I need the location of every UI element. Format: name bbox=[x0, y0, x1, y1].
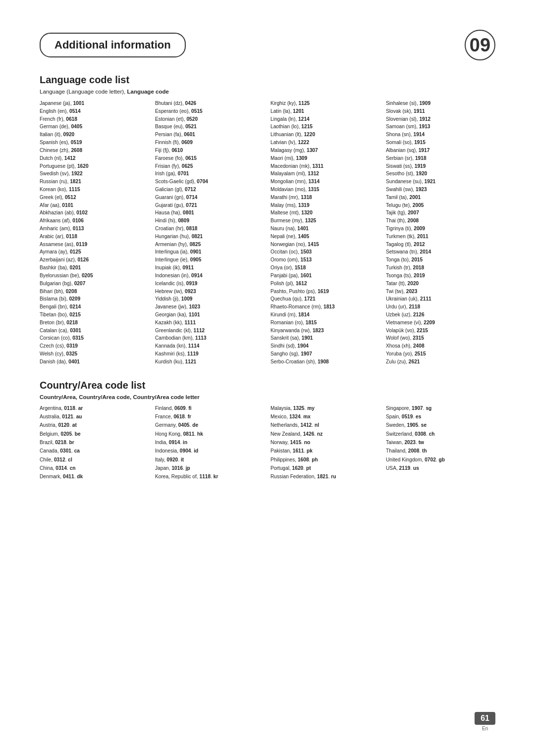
list-item: Gujarati (gu), 0721 bbox=[155, 202, 265, 209]
list-item: Kannada (kn), 1114 bbox=[155, 342, 265, 350]
list-item: Chinese (zh), 2608 bbox=[40, 147, 149, 154]
list-item: Abkhazian (ab), 0102 bbox=[40, 209, 149, 217]
list-item: Xhosa (xh), 2408 bbox=[386, 342, 495, 350]
list-item: Austria, 0120. at bbox=[40, 421, 149, 429]
list-item: Turkish (tr), 2018 bbox=[386, 264, 495, 272]
list-item: Bengali (bn), 0214 bbox=[40, 303, 149, 311]
list-item: Pashto, Pushto (ps), 1619 bbox=[270, 288, 380, 296]
list-item: Slovenian (sl), 1912 bbox=[386, 115, 495, 123]
list-item: Irish (ga), 0701 bbox=[155, 170, 265, 178]
list-item: Bulgarian (bg), 0207 bbox=[40, 280, 149, 288]
list-item: Hebrew (iw), 0923 bbox=[155, 288, 265, 296]
list-item: Kazakh (kk), 1111 bbox=[155, 319, 265, 327]
page-header: Additional information 09 bbox=[40, 30, 495, 60]
country-heading: Country/Area code list bbox=[40, 380, 495, 391]
list-item: United Kingdom, 0702. gb bbox=[386, 455, 495, 464]
language-column-1: Bhutani (dz), 0426Esperanto (eo), 0515Es… bbox=[155, 100, 265, 366]
list-item: Bashkir (ba), 0201 bbox=[40, 264, 149, 272]
list-item: Fiji (fj), 0610 bbox=[155, 147, 265, 154]
list-item: Scots-Gaelic (gd), 0704 bbox=[155, 178, 265, 186]
list-item: Moldavian (mo), 1315 bbox=[270, 186, 380, 194]
list-item: Esperanto (eo), 0515 bbox=[155, 107, 265, 115]
list-item: France, 0618. fr bbox=[155, 412, 265, 421]
list-item: Tagalog (tl), 2012 bbox=[386, 241, 495, 249]
list-item: Georgian (ka), 1101 bbox=[155, 311, 265, 319]
list-item: Malagasy (mg), 1307 bbox=[270, 147, 380, 154]
list-item: Estonian (et), 0520 bbox=[155, 115, 265, 123]
list-item: Yiddish (ji), 1009 bbox=[155, 295, 265, 303]
list-item: Nauru (na), 1401 bbox=[270, 225, 380, 233]
list-item: Quechua (qu), 1721 bbox=[270, 295, 380, 303]
list-item: Occitan (oc), 1503 bbox=[270, 248, 380, 256]
list-item: Kinyarwanda (rw), 1823 bbox=[270, 327, 380, 335]
list-item: Czech (cs), 0319 bbox=[40, 342, 149, 350]
list-item: Norway, 1415. no bbox=[270, 438, 380, 447]
list-item: Basque (eu), 0521 bbox=[155, 123, 265, 131]
list-item: Ukrainian (uk), 2111 bbox=[386, 295, 495, 303]
list-item: Thailand, 2008. th bbox=[386, 447, 495, 455]
list-item: Tsonga (ts), 2019 bbox=[386, 272, 495, 280]
list-item: Faroese (fo), 0615 bbox=[155, 154, 265, 162]
language-section: Language code list Language (Language co… bbox=[40, 74, 495, 366]
list-item: Laothian (lo), 1215 bbox=[270, 123, 380, 131]
list-item: Rhaeto-Romance (rm), 1813 bbox=[270, 303, 380, 311]
list-item: Persian (fa), 0601 bbox=[155, 131, 265, 139]
list-item: Russian Federation, 1821. ru bbox=[270, 472, 380, 481]
list-item: Indonesia, 0904. id bbox=[155, 447, 265, 455]
list-item: Lithuanian (lt), 1220 bbox=[270, 131, 380, 139]
language-column-0: Japanese (ja), 1001English (en), 0514Fre… bbox=[40, 100, 149, 366]
list-item: Bihari (bh), 0208 bbox=[40, 288, 149, 296]
list-item: Kirghiz (ky), 1125 bbox=[270, 100, 380, 107]
list-item: Siswati (ss), 1919 bbox=[386, 162, 495, 170]
list-item: French (fr), 0618 bbox=[40, 115, 149, 123]
country-column-2: Malaysia, 1325. myMexico, 1324. mxNether… bbox=[270, 404, 380, 481]
country-subtitle: Country/Area, Country/Area code, Country… bbox=[40, 394, 495, 400]
list-item: Greek (el), 0512 bbox=[40, 194, 149, 202]
list-item: Argentina, 0118. ar bbox=[40, 404, 149, 412]
list-item: Finnish (fi), 0609 bbox=[155, 139, 265, 147]
country-code-list: Argentina, 0118. arAustralia, 0121. auAu… bbox=[40, 404, 495, 481]
list-item: Korean (ko), 1115 bbox=[40, 186, 149, 194]
language-column-3: Sinhalese (si), 1909Slovak (sk), 1911Slo… bbox=[386, 100, 495, 366]
list-item: Tonga (to), 2015 bbox=[386, 256, 495, 264]
list-item: China, 0314. cn bbox=[40, 464, 149, 472]
list-item: Tatar (tt), 2020 bbox=[386, 280, 495, 288]
list-item: Panjabi (pa), 1601 bbox=[270, 272, 380, 280]
list-item: Sangho (sg), 1907 bbox=[270, 350, 380, 358]
page-number: 61 bbox=[475, 712, 495, 725]
list-item: Shona (sn), 1914 bbox=[386, 131, 495, 139]
list-item: Somali (so), 1915 bbox=[386, 139, 495, 147]
list-item: Telugu (te), 2005 bbox=[386, 202, 495, 209]
list-item: Japanese (ja), 1001 bbox=[40, 100, 149, 107]
list-item: Portuguese (pt), 1620 bbox=[40, 162, 149, 170]
list-item: Tamil (ta), 2001 bbox=[386, 194, 495, 202]
list-item: Interlingua (ia), 0901 bbox=[155, 248, 265, 256]
list-item: Sweden, 1905. se bbox=[386, 421, 495, 429]
list-item: Yoruba (yo), 2515 bbox=[386, 350, 495, 358]
list-item: Mexico, 1324. mx bbox=[270, 412, 380, 421]
list-item: Burmese (my), 1325 bbox=[270, 217, 380, 225]
list-item: Albanian (sq), 1917 bbox=[386, 147, 495, 154]
list-item: Welsh (cy), 0325 bbox=[40, 350, 149, 358]
list-item: Sindhi (sd), 1904 bbox=[270, 342, 380, 350]
list-item: Canada, 0301. ca bbox=[40, 447, 149, 455]
list-item: Volapük (vo), 2215 bbox=[386, 327, 495, 335]
list-item: Corsican (co), 0315 bbox=[40, 334, 149, 342]
list-item: Portugal, 1620. pt bbox=[270, 464, 380, 472]
list-item: Armenian (hy), 0825 bbox=[155, 241, 265, 249]
chapter-number: 09 bbox=[465, 30, 495, 60]
list-item: Croatian (hr), 0818 bbox=[155, 225, 265, 233]
country-column-1: Finland, 0609. fiFrance, 0618. frGermany… bbox=[155, 404, 265, 481]
list-item: Russian (ru), 1821 bbox=[40, 178, 149, 186]
list-item: Mongolian (mn), 1314 bbox=[270, 178, 380, 186]
list-item: Samoan (sm), 1913 bbox=[386, 123, 495, 131]
list-item: Australia, 0121. au bbox=[40, 412, 149, 421]
language-subtitle: Language (Language code letter), Languag… bbox=[40, 89, 495, 95]
list-item: Malaysia, 1325. my bbox=[270, 404, 380, 412]
list-item: Swedish (sv), 1922 bbox=[40, 170, 149, 178]
list-item: Thai (th), 2008 bbox=[386, 217, 495, 225]
list-item: Maltese (mt), 1320 bbox=[270, 209, 380, 217]
list-item: Romanian (ro), 1815 bbox=[270, 319, 380, 327]
list-item: Setswana (tn), 2014 bbox=[386, 248, 495, 256]
list-item: Amharic (am), 0113 bbox=[40, 225, 149, 233]
